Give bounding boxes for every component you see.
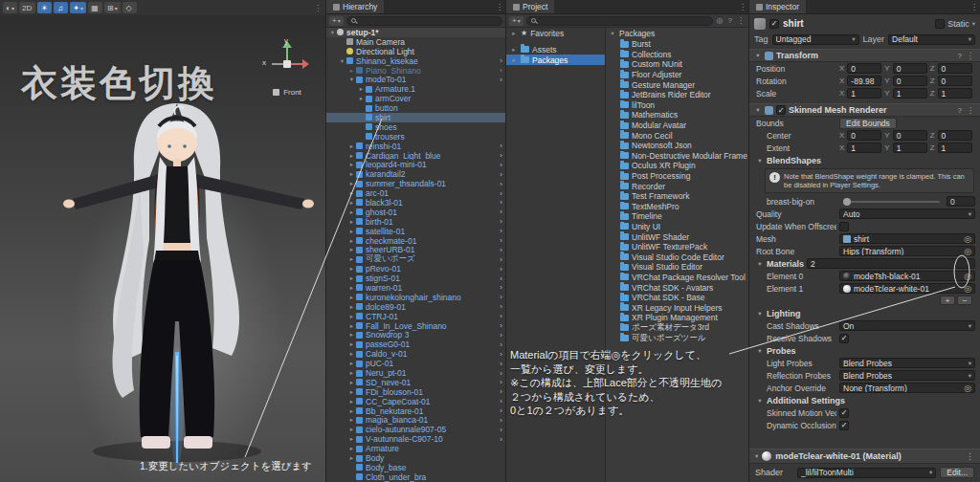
panel-menu-icon[interactable]: ⋮ <box>969 0 980 13</box>
scene-toolbar-button[interactable]: ◇ <box>122 2 137 13</box>
scene-toolbar-button[interactable]: ◐▾ <box>3 2 17 13</box>
update-offscreen-checkbox[interactable] <box>839 222 849 231</box>
scene-toolbar-button[interactable]: ✦▾ <box>70 2 86 13</box>
scene-viewport[interactable]: 衣装色切換 y x Front 1.変更したいオブジェクトを選びます <box>0 15 325 482</box>
object-picker-icon[interactable]: ◎ <box>964 247 971 256</box>
static-checkbox[interactable] <box>935 19 945 29</box>
remove-element-button[interactable]: − <box>957 296 972 305</box>
z-field[interactable]: 1 <box>938 88 972 99</box>
hierarchy-item[interactable]: ▸ Neru_pt-01 › <box>326 368 505 378</box>
add-element-button[interactable]: + <box>940 296 955 305</box>
hierarchy-item[interactable]: ▸ 可愛いポーズ › <box>326 254 505 264</box>
y-field[interactable]: 1 <box>893 142 927 153</box>
fold-arrow-icon[interactable]: ▸ <box>347 435 356 443</box>
additional-settings-foldout[interactable]: ▾ Additional Settings <box>749 394 980 406</box>
scene-toolbar-button[interactable]: 2D <box>19 2 35 13</box>
package-folder-item[interactable]: Custom NUnit <box>606 59 748 70</box>
z-field[interactable]: 0 <box>938 63 972 74</box>
hierarchy-item[interactable]: ▸ Fall_In_Love_Shinano › <box>326 321 505 331</box>
package-folder-item[interactable]: XR Legacy Input Helpers <box>606 302 748 313</box>
shader-dropdown[interactable]: _lil/lilToonMulti▾ <box>797 468 936 478</box>
y-field[interactable]: 0 <box>893 63 927 74</box>
fold-arrow-icon[interactable]: ▸ <box>347 284 356 292</box>
object-picker-icon[interactable]: ◎ <box>964 383 971 393</box>
package-folder-item[interactable]: Visual Studio Code Editor <box>606 252 748 262</box>
blendshape-slider[interactable] <box>843 201 940 203</box>
y-field[interactable]: 0 <box>893 76 927 86</box>
scene-orientation-gizmo[interactable]: y x Front <box>260 40 314 103</box>
fold-arrow-icon[interactable]: ▸ <box>347 445 356 452</box>
hierarchy-item[interactable]: Directional Light <box>326 47 505 56</box>
package-folder-item[interactable]: VRChat SDK - Base <box>606 293 748 303</box>
gizmo-center-cube-icon[interactable] <box>283 60 291 68</box>
fold-arrow-icon[interactable]: ▸ <box>347 67 356 75</box>
project-search-input[interactable] <box>526 16 713 26</box>
hierarchy-item[interactable]: ▸ warren-01 › <box>326 283 505 293</box>
packages-folder-item[interactable]: ▸ Packages <box>506 55 605 65</box>
scene-toolbar-button[interactable]: ▦ <box>88 2 102 13</box>
fold-arrow-icon[interactable]: ▸ <box>347 313 356 320</box>
root-bone-object-field[interactable]: Hips (Transform) ◎ <box>839 246 975 256</box>
hierarchy-item[interactable]: Cloth_under_bra <box>326 472 505 482</box>
anchor-override-field[interactable]: None (Transform) ◎ <box>839 383 975 393</box>
fold-arrow-icon[interactable]: ▾ <box>755 452 758 460</box>
panel-menu-icon[interactable]: ⋮ <box>736 16 746 25</box>
help-icon[interactable]: ? <box>727 16 733 25</box>
tag-dropdown[interactable]: Untagged▾ <box>772 34 859 45</box>
hierarchy-item[interactable]: ▸ sheerURB-01 › <box>326 245 505 254</box>
package-folder-item[interactable]: ポーズ素材データ3rd <box>606 323 748 334</box>
fold-arrow-icon[interactable]: ▸ <box>347 350 356 358</box>
tab-project[interactable]: Project <box>506 0 554 13</box>
object-name[interactable]: shirt <box>783 18 804 29</box>
hierarchy-item[interactable]: ▾ setup-1* <box>326 28 505 37</box>
fold-arrow-icon[interactable]: ▾ <box>609 30 616 37</box>
package-folder-item[interactable]: Recorder <box>606 181 748 191</box>
fold-arrow-icon[interactable]: ▸ <box>347 255 356 263</box>
package-folder-item[interactable]: Non-Destructive Modular Frame <box>606 151 748 162</box>
fold-arrow-icon[interactable]: ▸ <box>347 454 356 462</box>
hierarchy-item[interactable]: ▸ cielo-autunnale907-05 › <box>326 425 505 434</box>
package-folder-item[interactable]: Modular Avatar <box>606 120 748 131</box>
panel-menu-icon[interactable]: ⋮ <box>494 0 505 13</box>
package-folder-item[interactable]: UnlitWF Shader <box>606 231 748 242</box>
blendshape-value-field[interactable]: 0 <box>947 196 975 207</box>
z-field[interactable]: 0 <box>938 130 972 141</box>
fold-arrow-icon[interactable]: ▸ <box>347 416 356 424</box>
fold-arrow-icon[interactable]: ▸ <box>357 85 366 93</box>
fold-arrow-icon[interactable]: ▸ <box>347 331 356 339</box>
object-picker-icon[interactable]: ◎ <box>716 16 724 25</box>
edit-bounds-button[interactable]: Edit Bounds <box>839 118 897 129</box>
scene-toolbar-button[interactable]: ☀ <box>37 2 52 13</box>
material-object-field[interactable]: modeTclear-white-01 ◎ <box>839 283 975 294</box>
hierarchy-item[interactable]: ▸ leopard4-mini-01 › <box>326 160 505 169</box>
create-button[interactable]: +▾ <box>509 16 523 26</box>
hierarchy-item[interactable]: ▸ Cardigan_Light_blue › <box>326 151 505 161</box>
receive-shadows-checkbox[interactable]: ✓ <box>839 334 849 343</box>
hierarchy-item[interactable]: ▸ pRevo-01 › <box>326 264 505 274</box>
hierarchy-item[interactable]: ▸ pUC-01 › <box>326 359 505 368</box>
hierarchy-item[interactable]: ▸ SD_neve-01 › <box>326 378 505 387</box>
materials-count-field[interactable]: 2 <box>807 258 975 269</box>
asset-menu-icon[interactable]: ⋮ <box>966 451 974 461</box>
x-field[interactable]: 1 <box>847 142 881 153</box>
fold-arrow-icon[interactable]: ▸ <box>347 398 356 405</box>
package-folder-item[interactable]: Gesture Manager <box>606 79 748 90</box>
hierarchy-item[interactable]: ▸ black3l-01 › <box>326 198 505 208</box>
x-field[interactable]: -89.98 <box>847 76 881 86</box>
fold-arrow-icon[interactable]: ▸ <box>347 246 356 253</box>
lighting-foldout[interactable]: ▾ Lighting <box>749 307 980 319</box>
package-folder-item[interactable]: Collections <box>606 50 748 60</box>
panel-menu-icon[interactable]: ⋮ <box>313 4 323 12</box>
package-folder-item[interactable]: Unity UI <box>606 222 748 232</box>
fold-arrow-icon[interactable]: ▸ <box>347 360 356 367</box>
fold-arrow-icon[interactable]: ▸ <box>510 46 518 54</box>
fold-arrow-icon[interactable]: ▸ <box>347 218 356 226</box>
help-icon[interactable]: ? <box>957 106 963 115</box>
package-folder-item[interactable]: UnlitWF TexturePack <box>606 242 748 252</box>
fold-arrow-icon[interactable]: ▸ <box>347 274 356 282</box>
fold-arrow-icon[interactable]: ▸ <box>357 95 366 102</box>
fold-arrow-icon[interactable]: ▸ <box>347 199 356 207</box>
fold-arrow-icon[interactable]: ▸ <box>347 189 356 197</box>
hierarchy-item[interactable]: ▸ satellite-01 › <box>326 227 505 236</box>
fold-arrow-icon[interactable]: ▸ <box>510 30 518 37</box>
